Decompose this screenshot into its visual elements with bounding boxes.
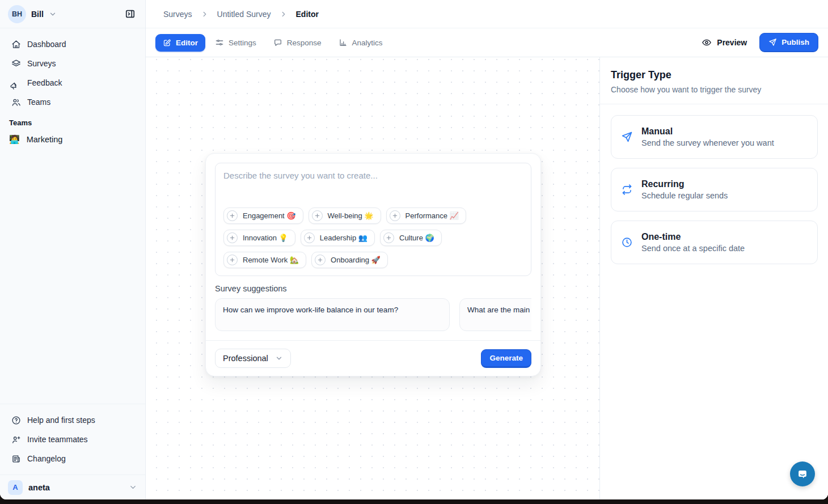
trigger-text: Manual Send the survey whenever you want — [641, 126, 774, 147]
topic-chip-performance[interactable]: Performance 📈 — [386, 207, 466, 224]
tab-label: Response — [287, 39, 322, 47]
tone-select-value: Professional — [223, 354, 268, 363]
topic-chip-culture[interactable]: Culture 🌍 — [380, 230, 442, 246]
suggestion-card[interactable]: What are the main ob — [459, 298, 531, 331]
app-window: BH Bill Dashboard Surv — [0, 0, 828, 499]
chip-label: Remote Work 🏡 — [243, 256, 299, 264]
user-name: aneta — [28, 483, 50, 492]
paper-plane-icon — [620, 131, 633, 143]
sidebar-item-label: Dashboard — [27, 40, 66, 49]
sidebar-item-feedback[interactable]: Feedback — [6, 74, 140, 92]
composer-footer: Professional Generate — [206, 340, 540, 376]
chip-label: Leadership 👥 — [320, 234, 367, 242]
chat-bubble-icon — [273, 38, 282, 47]
breadcrumb-untitled-survey[interactable]: Untitled Survey — [217, 10, 271, 19]
chevron-right-icon — [280, 10, 288, 18]
sidebar-item-label: Surveys — [27, 59, 56, 68]
teams-section-label: Teams — [0, 111, 145, 130]
generate-button[interactable]: Generate — [481, 349, 531, 368]
sidebar-item-teams[interactable]: Teams — [6, 93, 140, 111]
sidebar-spacer — [0, 149, 145, 404]
panel-subtitle: Choose how you want to trigger the surve… — [611, 85, 814, 94]
breadcrumb-surveys[interactable]: Surveys — [163, 10, 192, 19]
topic-chip-wellbeing[interactable]: Well-being 🌟 — [309, 207, 381, 224]
plus-icon — [227, 210, 238, 221]
sidebar-item-surveys[interactable]: Surveys — [6, 54, 140, 73]
toolbar-actions: Preview Publish — [702, 33, 818, 52]
survey-composer-card: Engagement 🎯 Well-being 🌟 Performance 📈 — [205, 153, 541, 376]
topic-chips: Engagement 🎯 Well-being 🌟 Performance 📈 — [223, 207, 523, 268]
topic-chip-innovation[interactable]: Innovation 💡 — [223, 230, 295, 246]
chevron-right-icon — [201, 10, 209, 18]
chip-label: Well-being 🌟 — [328, 211, 374, 220]
topic-chip-leadership[interactable]: Leadership 👥 — [301, 230, 375, 246]
trigger-option-manual[interactable]: Manual Send the survey whenever you want — [611, 115, 818, 159]
publish-button[interactable]: Publish — [759, 33, 818, 52]
layers-icon — [11, 59, 21, 69]
eye-icon — [702, 37, 712, 48]
editor-canvas[interactable]: Engagement 🎯 Well-being 🌟 Performance 📈 — [146, 57, 599, 499]
megaphone-icon — [11, 78, 21, 88]
sidebar-collapse-button[interactable] — [121, 6, 138, 23]
suggestion-card[interactable]: How can we improve work-life balance in … — [215, 298, 450, 331]
breadcrumb-current: Editor — [296, 10, 319, 19]
workspace-name: Bill — [31, 10, 44, 19]
trigger-title: Manual — [641, 126, 774, 137]
chip-label: Performance 📈 — [405, 211, 459, 220]
chevron-down-icon — [275, 354, 283, 362]
repeat-icon — [620, 184, 633, 196]
chevron-down-icon — [129, 483, 137, 492]
tone-select[interactable]: Professional — [215, 349, 291, 368]
topic-chip-engagement[interactable]: Engagement 🎯 — [223, 207, 303, 224]
chip-label: Culture 🌍 — [399, 234, 434, 242]
breadcrumb: Surveys Untitled Survey Editor — [146, 0, 828, 28]
sidebar: BH Bill Dashboard Surv — [0, 0, 146, 499]
plus-icon — [312, 210, 323, 221]
plus-icon — [227, 232, 238, 243]
tab-settings[interactable]: Settings — [208, 33, 264, 52]
user-menu[interactable]: A aneta — [0, 475, 145, 499]
team-emoji: 🧑‍💻 — [9, 134, 20, 145]
sidebar-item-help[interactable]: Help and first steps — [6, 411, 140, 429]
sidebar-item-label: Changelog — [27, 454, 66, 463]
panel-collapse-icon — [125, 9, 136, 19]
paper-plane-icon — [768, 38, 777, 46]
trigger-type-panel: Trigger Type Choose how you want to trig… — [599, 57, 828, 499]
trigger-option-one-time[interactable]: One-time Send once at a specific date — [611, 221, 818, 264]
chip-label: Engagement 🎯 — [243, 211, 296, 220]
tab-analytics[interactable]: Analytics — [331, 33, 390, 52]
sidebar-item-label: Invite teammates — [27, 435, 88, 444]
trigger-options: Manual Send the survey whenever you want… — [600, 104, 828, 264]
preview-label: Preview — [717, 38, 747, 47]
user-plus-icon — [11, 435, 21, 444]
survey-prompt-input[interactable] — [223, 171, 523, 207]
trigger-description: Schedule regular sends — [641, 191, 728, 200]
plus-icon — [315, 255, 326, 265]
panel-header: Trigger Type Choose how you want to trig… — [600, 57, 828, 104]
plus-icon — [390, 210, 400, 221]
sidebar-item-label: Feedback — [27, 78, 62, 87]
suggestions-row: How can we improve work-life balance in … — [215, 298, 531, 331]
tab-label: Settings — [229, 39, 256, 47]
chat-widget-button[interactable] — [790, 461, 815, 486]
trigger-title: Recurring — [641, 179, 728, 189]
sidebar-item-changelog[interactable]: Changelog — [6, 450, 140, 468]
preview-button[interactable]: Preview — [702, 37, 747, 48]
tab-editor[interactable]: Editor — [155, 34, 205, 52]
trigger-text: One-time Send once at a specific date — [641, 232, 745, 253]
panel-title: Trigger Type — [611, 69, 814, 81]
team-label: Marketing — [27, 135, 63, 144]
trigger-description: Send the survey whenever you want — [641, 138, 774, 147]
sidebar-item-dashboard[interactable]: Dashboard — [6, 35, 140, 53]
user-avatar: A — [8, 480, 23, 495]
sidebar-item-team-marketing[interactable]: 🧑‍💻 Marketing — [0, 130, 145, 149]
trigger-option-recurring[interactable]: Recurring Schedule regular sends — [611, 168, 818, 211]
topic-chip-onboarding[interactable]: Onboarding 🚀 — [311, 252, 388, 268]
sidebar-item-label: Help and first steps — [27, 416, 95, 425]
tab-response[interactable]: Response — [266, 33, 329, 52]
workspace-switcher[interactable]: BH Bill — [0, 0, 145, 28]
plus-icon — [304, 232, 315, 243]
chip-label: Onboarding 🚀 — [331, 256, 381, 264]
topic-chip-remote-work[interactable]: Remote Work 🏡 — [223, 252, 306, 268]
sidebar-item-invite[interactable]: Invite teammates — [6, 430, 140, 448]
